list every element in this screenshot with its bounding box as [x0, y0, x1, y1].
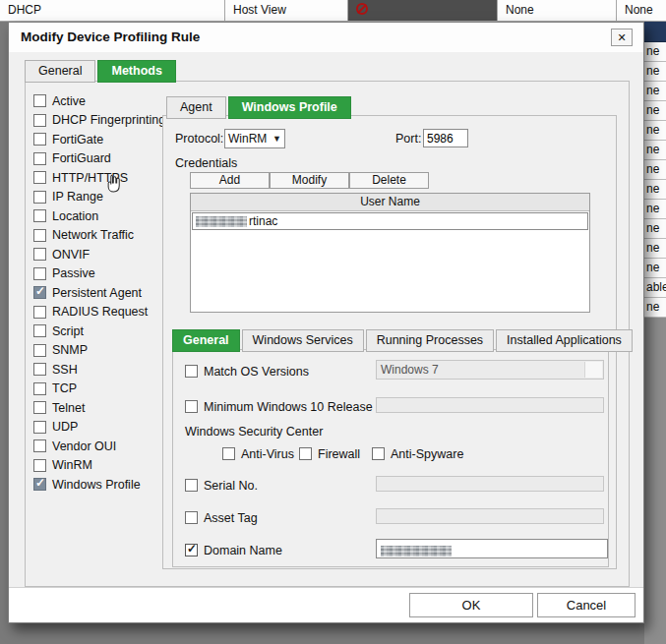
checkbox[interactable] [33, 306, 46, 319]
checkbox[interactable] [185, 479, 198, 492]
profile-tabs: AgentWindows Profile [166, 96, 353, 119]
credentials-label: Credentials [175, 156, 237, 170]
method-location[interactable]: Location [33, 206, 171, 226]
tab-general[interactable]: General [25, 60, 95, 83]
serial-no-field[interactable] [376, 476, 604, 492]
method-winrm[interactable]: WinRM [33, 456, 171, 476]
anti-virus-row[interactable]: Anti-Virus [222, 444, 294, 464]
method-script[interactable]: Script [33, 322, 171, 341]
port-input[interactable] [423, 129, 468, 147]
checkbox[interactable] [33, 171, 46, 184]
methods-list: Active DHCP Fingerprinting FortiGate For… [33, 91, 171, 495]
method-label: Network Traffic [52, 228, 134, 242]
anti-spyware-label: Anti-Spyware [391, 447, 463, 461]
method-passive[interactable]: Passive [33, 264, 171, 284]
method-radius-request[interactable]: RADIUS Request [33, 303, 171, 322]
method-persistent-agent[interactable]: Persistent Agent [33, 283, 171, 303]
delete-button[interactable]: Delete [349, 172, 429, 189]
credential-row[interactable]: rtinac [192, 212, 588, 230]
asset-tag-field[interactable] [376, 508, 604, 524]
method-label: Telnet [52, 401, 85, 415]
checkbox[interactable] [33, 344, 46, 357]
redacted-text [381, 546, 452, 556]
combo-button[interactable] [584, 362, 602, 378]
method-tcp[interactable]: TCP [33, 380, 171, 399]
match-os-versions-row[interactable]: Match OS Versions [185, 362, 309, 381]
checkbox[interactable] [33, 459, 46, 472]
checkbox[interactable] [33, 478, 46, 491]
redacted-text [196, 216, 247, 227]
subtab-installed-applications[interactable]: Installed Applications [496, 329, 633, 352]
checkbox[interactable] [185, 511, 198, 524]
checkbox[interactable] [33, 401, 46, 414]
checkbox[interactable] [33, 94, 46, 107]
method-fortigate[interactable]: FortiGate [33, 130, 171, 149]
checkbox[interactable] [33, 209, 46, 222]
method-telnet[interactable]: Telnet [33, 398, 171, 418]
checkbox[interactable] [33, 439, 46, 452]
method-active[interactable]: Active [33, 91, 171, 111]
method-windows-profile[interactable]: Windows Profile [33, 475, 171, 495]
close-icon[interactable]: ✕ [611, 29, 633, 46]
serial-no-row[interactable]: Serial No. [185, 476, 258, 496]
checkbox[interactable] [222, 447, 235, 460]
checkbox[interactable] [185, 400, 198, 413]
tab-methods[interactable]: Methods [97, 60, 175, 83]
tab-windows-profile[interactable]: Windows Profile [228, 96, 351, 119]
bg-row: ne [644, 121, 666, 141]
checkbox[interactable] [33, 363, 46, 376]
bg-row: ne [644, 239, 666, 259]
protocol-select[interactable]: WinRM ▼ [224, 129, 285, 148]
checkbox[interactable] [299, 447, 312, 460]
method-ip-range[interactable]: IP Range [33, 188, 171, 207]
method-dhcp-fingerprinting[interactable]: DHCP Fingerprinting [33, 111, 171, 131]
method-fortiguard[interactable]: FortiGuard [33, 149, 171, 169]
checkbox[interactable] [33, 152, 46, 165]
method-label: ONVIF [52, 248, 90, 262]
min-windows10-field[interactable] [376, 397, 604, 413]
method-network-traffic[interactable]: Network Traffic [33, 226, 171, 246]
modify-button[interactable]: Modify [270, 172, 349, 189]
checkbox[interactable] [33, 114, 46, 127]
checkbox[interactable] [372, 447, 385, 460]
checkbox[interactable] [33, 286, 46, 299]
checkbox[interactable] [33, 248, 46, 261]
subtab-running-processes[interactable]: Running Processes [366, 329, 494, 352]
method-snmp[interactable]: SNMP [33, 341, 171, 361]
add-button[interactable]: Add [190, 172, 270, 189]
asset-tag-row[interactable]: Asset Tag [185, 508, 258, 528]
cancel-button[interactable]: Cancel [537, 593, 636, 617]
methods-panel: Active DHCP Fingerprinting FortiGate For… [25, 81, 630, 587]
bg-row: ne [644, 298, 666, 318]
subtab-windows-services[interactable]: Windows Services [242, 329, 364, 352]
checkbox[interactable] [33, 324, 46, 337]
dialog-footer: OK Cancel [9, 587, 643, 622]
domain-name-row[interactable]: Domain Name [185, 541, 282, 560]
tab-agent[interactable]: Agent [166, 96, 226, 119]
anti-virus-label: Anti-Virus [241, 447, 294, 461]
ok-button[interactable]: OK [409, 593, 533, 617]
method-label: Passive [52, 266, 95, 280]
checkbox[interactable] [33, 133, 46, 146]
method-vendor-oui[interactable]: Vendor OUI [33, 437, 171, 456]
min-windows10-row[interactable]: Minimum Windows 10 Release [185, 397, 373, 417]
anti-spyware-row[interactable]: Anti-Spyware [372, 444, 463, 464]
match-os-versions-field[interactable]: Windows 7 [376, 360, 604, 380]
bg-row: ne [644, 200, 666, 219]
firewall-row[interactable]: Firewall [299, 444, 360, 464]
checkbox[interactable] [185, 365, 198, 378]
method-udp[interactable]: UDP [33, 418, 171, 438]
profile-sub-tabs: GeneralWindows ServicesRunning Processes… [172, 329, 635, 352]
asset-tag-label: Asset Tag [204, 511, 258, 525]
checkbox[interactable] [185, 544, 198, 556]
checkbox[interactable] [33, 229, 46, 242]
checkbox[interactable] [33, 267, 46, 280]
subtab-general[interactable]: General [172, 329, 240, 352]
domain-name-field[interactable] [376, 539, 608, 558]
method-onvif[interactable]: ONVIF [33, 245, 171, 264]
checkbox[interactable] [33, 421, 46, 434]
checkbox[interactable] [33, 191, 46, 204]
method-ssh[interactable]: SSH [33, 360, 171, 380]
checkbox[interactable] [33, 382, 46, 395]
method-http-https[interactable]: HTTP/HTTPS [33, 168, 171, 188]
